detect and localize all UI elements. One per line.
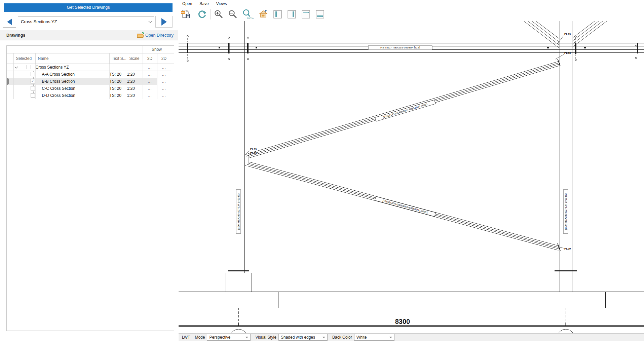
visual-style-dropdown[interactable]: Shaded with edges [278,334,328,341]
menu-views[interactable]: Views [213,0,231,7]
drawing-row[interactable]: A-A Cross Section TS: 20 1:20 ... ... [7,71,174,78]
row-checkbox[interactable] [27,65,31,69]
row-checkbox[interactable] [31,86,35,90]
view-left-button[interactable] [270,8,285,21]
svg-text:[B77] HEB280-S275JR L=7781 RM: [B77] HEB280-S275JR L=7781 RM [380,46,420,49]
view-right-button[interactable] [285,8,299,21]
show-3d-button[interactable]: ... [143,71,157,78]
show-3d-button[interactable]: ... [143,64,157,71]
zoom-100-button[interactable]: 100% [240,8,254,21]
row-checkbox[interactable] [31,72,35,76]
view-top-button[interactable] [299,8,313,21]
view-bottom-icon [315,10,325,19]
drawings-grid: Show Selected Name Text S... Scale 3D 2D [6,45,174,331]
plate-label-pl33-apex: PL33 [250,152,257,155]
column-header-scale[interactable]: Scale [127,53,143,64]
back-color-dropdown[interactable]: White [354,334,394,341]
column-header-2d[interactable]: 2D [157,53,171,64]
toolbar-separator [210,9,211,20]
show-2d-button[interactable]: ... [157,71,171,78]
drawing-row[interactable]: D-D Cross Section TS: 20 1:20 ... ... [7,92,174,99]
left-triangle-icon [7,18,12,25]
home-icon [259,9,268,19]
row-scale: 1:20 [127,85,143,92]
show-2d-button[interactable]: ... [157,78,171,85]
row-name: A-A Cross Section [35,71,109,78]
row-name: B-B Cross Section [35,78,109,85]
viewer-statusbar: LWT Mode Perspective Visual Style Shaded… [179,333,644,341]
column-header-text-size[interactable]: Text S... [109,53,127,64]
current-row-marker-icon [7,78,9,85]
drawing-row[interactable]: C-C Cross Section TS: 20 1:20 ... ... [7,85,174,92]
column-header-selected[interactable]: Selected [13,53,35,64]
drawing-set-value: Cross Sections YZ [21,19,57,24]
application-window: Get Selected Drawings Cross Sections YZ … [0,0,644,341]
row-name: Cross Sections YZ [35,64,109,71]
show-3d-button[interactable]: ... [143,78,157,85]
plate-label-pl29-bottom: PL29 [564,247,571,250]
apex-gusset [245,154,249,166]
drawing-viewer: Open Save Views IMG [179,0,644,341]
view-right-icon [287,10,296,19]
toolbar-separator [255,9,255,20]
column-header-name[interactable]: Name [35,53,109,64]
menu-save[interactable]: Save [196,0,212,7]
drawing-row-group[interactable]: Cross Sections YZ ... ... [7,64,174,71]
zoom-out-button[interactable] [226,8,240,21]
column-header-3d[interactable]: 3D [143,53,157,64]
mode-label: Mode [195,335,205,340]
row-scale: 1:20 [127,78,143,85]
svg-text:[V163] CFRHS90x90x5-S355J2H L=: [V163] CFRHS90x90x5-S355J2H L=8981 [382,199,428,214]
drawing-row-selected[interactable]: ✓ B-B Cross Section TS: 20 1:20 ... ... [7,78,174,85]
row-checkbox-checked[interactable]: ✓ [31,79,35,83]
open-folder-icon: ↷ [137,33,144,38]
show-3d-button[interactable]: ... [143,85,157,92]
row-checkbox[interactable] [31,93,35,98]
right-column-label: [C29] HEA340-S275JR L=11463 [563,190,568,233]
save-image-button[interactable]: IMG [179,8,193,21]
show-3d-button[interactable]: ... [143,92,157,99]
back-button[interactable] [3,16,16,28]
beam-label: [B77] HEB280-S275JR L=7781 RM [368,46,432,50]
drawing-set-combobox[interactable]: Cross Sections YZ [18,16,154,27]
menu-open[interactable]: Open [179,0,196,7]
visual-style-label: Visual Style [255,335,276,340]
plate-label-pl29-apex: PL29 [250,148,257,151]
show-2d-button[interactable]: ... [157,85,171,92]
forward-button[interactable] [155,16,173,28]
lwt-label: LWT [182,335,190,340]
zoom-100-label: 100% [247,17,254,20]
row-scale [127,64,143,71]
refresh-button[interactable] [195,8,209,21]
left-column [226,21,252,292]
svg-text:[V162] CFRHS90x90x5-S355J2H L=: [V162] CFRHS90x90x5-S355J2H L=8981 [382,103,428,119]
cross-section-drawing: [B77] HEB280-S275JR L=7781 RM [C26] HEA3… [179,21,644,333]
upper-brace-label: [V162] CFRHS90x90x5-S355J2H L=8981 [375,100,435,121]
get-selected-drawings-button[interactable]: Get Selected Drawings [4,3,173,12]
viewer-menubar: Open Save Views [179,0,644,7]
drawings-title: Drawings [6,33,25,38]
home-view-button[interactable] [256,8,270,21]
row-name: D-D Cross Section [35,92,109,99]
show-2d-button[interactable]: ... [157,92,171,99]
drawings-sidebar: Get Selected Drawings Cross Sections YZ … [0,0,178,341]
row-scale: 1:20 [127,71,143,78]
drawing-canvas[interactable]: [B77] HEB280-S275JR L=7781 RM [C26] HEA3… [179,21,644,333]
open-directory-link[interactable]: ↷ Open Directory [137,33,174,38]
collapse-chevron-icon[interactable] [14,65,18,68]
row-scale: 1:20 [127,92,143,99]
row-text-size: TS: 20 [109,85,127,92]
viewer-toolbar: IMG [179,7,644,21]
dropdown-arrow-icon [245,337,248,338]
show-2d-button[interactable]: ... [157,64,171,71]
right-triangle-icon [161,18,167,26]
svg-text:[C29] HEA340-S275JR L=11463: [C29] HEA340-S275JR L=11463 [564,193,567,230]
view-bottom-button[interactable] [313,8,327,21]
zoom-in-button[interactable] [212,8,226,21]
save-image-icon: IMG [181,9,191,19]
show-group-header: Show [143,46,171,53]
row-text-size: TS: 20 [109,71,127,78]
zoom-out-icon [228,9,237,19]
lower-brace-label: [V163] CFRHS90x90x5-S355J2H L=8981 [375,196,436,217]
mode-dropdown[interactable]: Perspective [207,334,251,341]
